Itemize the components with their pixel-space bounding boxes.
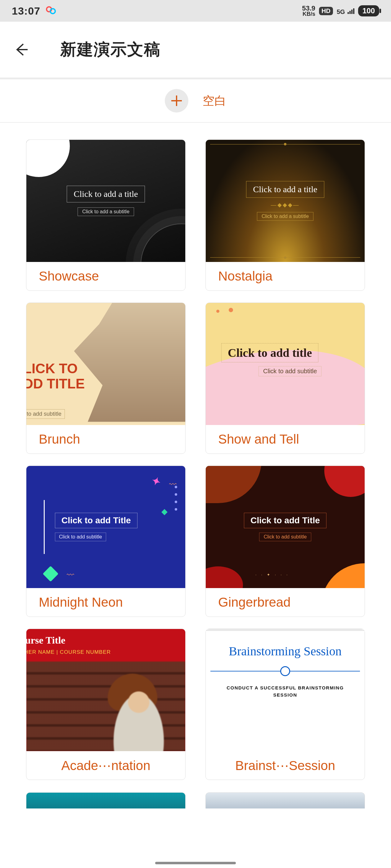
diamond-decoration-icon (43, 566, 59, 582)
network-type: 5G (337, 6, 354, 16)
template-thumbnail: Click to add title Click to add subtitle (206, 303, 365, 425)
blank-label: 空白 (203, 93, 226, 109)
thumb-meta: CHER NAME | COURSE NUMBER (26, 649, 185, 655)
network-speed: 53.9 KB/s (302, 5, 315, 17)
status-bar: 13:07 53.9 KB/s HD 5G 100 (0, 0, 391, 22)
thumb-title: LICK TODD TITLE (26, 361, 85, 392)
home-indicator[interactable] (155, 862, 236, 864)
template-card-nostalgia[interactable]: Click to add a title —◆◆◆— Click to add … (205, 140, 365, 291)
template-thumbnail: Click to add a title Click to add a subt… (26, 140, 185, 262)
hd-badge: HD (319, 7, 333, 15)
page-title: 新建演示文稿 (60, 39, 161, 60)
thumb-title: ourse Title (26, 634, 185, 646)
template-grid: Click to add a title Click to add a subt… (0, 123, 391, 793)
thumb-title: Brainstorming Session (229, 644, 341, 658)
thumb-subtitle: Click to add a subtitle (78, 207, 134, 216)
template-name: Nostalgia (206, 262, 365, 290)
thumb-title: Click to add a title (246, 181, 325, 198)
back-arrow-icon (14, 42, 29, 57)
thumb-subtitle: CONDUCT A SUCCESSFUL BRAINSTORMING SESSI… (206, 684, 365, 699)
template-name: Show and Tell (206, 425, 365, 454)
battery-indicator: 100 (358, 5, 379, 17)
template-name: Midnight Neon (26, 588, 185, 617)
template-card-gingerbread[interactable]: Click to add Title Click to add subtitle… (205, 466, 365, 617)
template-card-brainstorming-session[interactable]: Brainstorming Session CONDUCT A SUCCESSF… (205, 629, 365, 780)
template-thumbnail: LICK TODD TITLE to add subtitle (26, 303, 185, 425)
template-name: Brunch (26, 425, 185, 454)
app-indicator-icon (46, 6, 56, 16)
template-card-show-and-tell[interactable]: Click to add title Click to add subtitle… (205, 303, 365, 454)
thumb-subtitle: Click to add subtitle (259, 533, 312, 541)
thumb-subtitle: Click to add subtitle (258, 366, 322, 376)
thumb-title: Click to add title (221, 343, 318, 362)
thumb-title: Click to add a title (67, 186, 145, 203)
template-thumbnail: Click to add Title Click to add subtitle… (206, 466, 365, 588)
thumb-ornament: —◆◆◆— (271, 202, 300, 208)
template-card-academic-presentation[interactable]: ourse Title CHER NAME | COURSE NUMBER Ac… (26, 629, 186, 780)
signal-bars-icon (347, 8, 354, 14)
thumb-subtitle: Click to add subtitle (55, 533, 106, 541)
template-thumbnail: Click to add a title —◆◆◆— Click to add … (206, 140, 365, 262)
plus-decoration-icon: ✦ (150, 474, 162, 489)
plus-icon (165, 89, 188, 113)
template-name: Showcase (26, 262, 185, 290)
template-card-brunch[interactable]: LICK TODD TITLE to add subtitle Brunch (26, 303, 186, 454)
thumb-subtitle: Click to add a subtitle (257, 212, 313, 221)
template-name: Gingerbread (206, 588, 365, 617)
app-header: 新建演示文稿 (0, 22, 391, 78)
thumb-subtitle: to add subtitle (26, 409, 65, 419)
back-button[interactable] (13, 42, 29, 57)
template-thumbnail: Click to add Title Click to add subtitle… (26, 466, 185, 588)
template-card-midnight-neon[interactable]: Click to add Title Click to add subtitle… (26, 466, 186, 617)
thumb-title: Click to add Title (55, 513, 137, 528)
status-time: 13:07 (12, 5, 40, 17)
template-name: Brainst⋯Session (206, 751, 365, 780)
template-card-peek[interactable] (205, 793, 365, 808)
template-row-partial (0, 793, 391, 808)
template-name: Acade⋯ntation (26, 751, 185, 780)
template-thumbnail: Brainstorming Session CONDUCT A SUCCESSF… (206, 629, 365, 751)
new-blank-button[interactable]: 空白 (0, 80, 391, 122)
template-thumbnail: ourse Title CHER NAME | COURSE NUMBER (26, 629, 185, 751)
template-card-showcase[interactable]: Click to add a title Click to add a subt… (26, 140, 186, 291)
template-card-peek[interactable] (26, 793, 186, 808)
thumb-title: Click to add Title (244, 513, 327, 528)
